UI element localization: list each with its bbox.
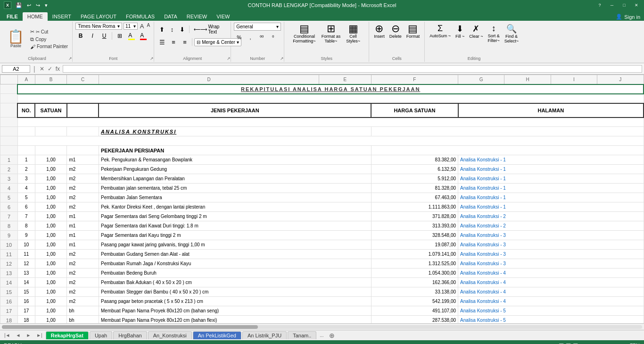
tab-nav-prev[interactable]: ◄ [14,332,23,339]
spreadsheet-cell[interactable]: bh [67,306,99,316]
spreadsheet-cell[interactable]: Analisa Konstruksi - 4 [458,287,644,297]
spreadsheet-cell[interactable]: 1,00 [35,297,67,306]
spreadsheet-cell[interactable]: Analisa Konstruksi - 1 [458,202,644,212]
page-layout-view-btn[interactable]: ▤ [566,342,571,344]
cut-button[interactable]: ✂ ✂ Cut [29,28,69,35]
tab-data[interactable]: DATA [159,12,182,21]
spreadsheet-cell[interactable]: m1 [67,212,99,221]
spreadsheet-cell[interactable]: Analisa Konstruksi - 3 [458,259,644,268]
spreadsheet-cell[interactable]: HARGA SATUAN [371,103,458,117]
spreadsheet-cell[interactable]: 16 [17,297,35,306]
percent-btn[interactable]: % [234,33,244,42]
format-painter-button[interactable]: 🖌 Format Painter [29,43,69,50]
grid-scroll-area[interactable]: A B C D E F G H I J [0,75,644,323]
spreadsheet-cell[interactable]: Analisa Konstruksi - 4 [458,268,644,278]
close-btn[interactable]: ✕ [633,2,640,8]
spreadsheet-cell[interactable]: Analisa Konstruksi - 1 [458,174,644,184]
spreadsheet-cell[interactable] [17,117,644,127]
sheet-tab-upah[interactable]: Upah [90,331,112,339]
undo-quick-btn[interactable]: ↩ [25,2,33,9]
spreadsheet-cell[interactable]: NO. [17,103,35,117]
spreadsheet-cell[interactable]: Pembuatan Bedeng Buruh [99,268,371,278]
spreadsheet-cell[interactable]: Pasang pagar kawat jaring galvanis, ting… [99,240,371,250]
minimize-btn[interactable]: ? [596,2,603,8]
spreadsheet-cell[interactable]: m2 [67,193,99,202]
align-bottom-btn[interactable]: ⬇ [178,25,187,34]
spreadsheet-cell[interactable]: Pembuatan jalan sementara, tebal 25 cm [99,184,371,193]
spreadsheet-cell[interactable]: 8 [17,221,35,231]
sheet-tab-rekaphrg[interactable]: RekapHrgSat [46,331,89,339]
spreadsheet-cell[interactable]: Pembuatan Rumah Jaga / Konstruksi Kayu [99,259,371,268]
spreadsheet-cell[interactable]: 1,00 [35,193,67,202]
sheet-tab-anpeklistikged[interactable]: An PekListikGed [193,331,241,339]
align-center-btn[interactable]: ≡ [168,37,179,47]
restore-btn[interactable]: ─ [608,2,616,8]
tab-nav-next[interactable]: ► [24,332,33,339]
spreadsheet-cell[interactable]: 7 [17,212,35,221]
sheet-tab-tanam[interactable]: Tanam.. [288,331,316,339]
cell-reference-input[interactable] [2,65,30,73]
col-header-G[interactable]: G [458,75,504,84]
redo-quick-btn[interactable]: ↪ [34,2,41,9]
scrollbar-track[interactable] [2,325,642,329]
spreadsheet-cell[interactable]: Analisa Konstruksi - 5 [458,316,644,324]
spreadsheet-cell[interactable]: 328.548,00 [371,231,458,240]
spreadsheet-cell[interactable]: 1,00 [35,231,67,240]
spreadsheet-cell[interactable]: Pekerjaan Pengukuran Gedung [99,165,371,174]
spreadsheet-cell[interactable]: Pek. Kantor Direksi Keet , dengan lantai… [99,202,371,212]
spreadsheet-cell[interactable]: 14 [17,278,35,287]
spreadsheet-cell[interactable]: 17 [17,306,35,316]
spreadsheet-cell[interactable]: JENIS PEKERJAAN [99,103,371,117]
tab-file[interactable]: FILE [2,12,23,21]
spreadsheet-cell[interactable] [17,127,35,136]
normal-view-btn[interactable]: ▦ [559,342,564,344]
horizontal-scrollbar[interactable] [0,323,644,330]
spreadsheet-cell[interactable]: m2 [67,287,99,297]
spreadsheet-cell[interactable]: 491.107,00 [371,306,458,316]
spreadsheet-cell[interactable]: 1,00 [35,316,67,324]
cell-styles-button[interactable]: ▦ CellStyles~ [344,23,362,44]
spreadsheet-cell[interactable]: Pagar Sementara dari Kayu tinggi 2 m [99,231,371,240]
spreadsheet-cell[interactable]: 6.132,50 [371,165,458,174]
spreadsheet-cell[interactable]: Analisa Konstruksi - 5 [458,306,644,316]
spreadsheet-cell[interactable]: 542.199,00 [371,297,458,306]
align-right-btn[interactable]: ≡ [180,37,190,47]
spreadsheet-cell[interactable]: m1 [67,221,99,231]
spreadsheet-cell[interactable]: Analisa Konstruksi - 3 [458,250,644,259]
spreadsheet-cell[interactable]: Pasang pagar beton pracetak ( 5 x 50 x 2… [99,297,371,306]
font-decrease-btn[interactable]: A [146,23,151,30]
spreadsheet-cell[interactable]: 81.328,00 [371,184,458,193]
spreadsheet-cell[interactable]: 13 [17,268,35,278]
font-color-button[interactable]: A [138,31,149,41]
spreadsheet-cell[interactable] [67,103,99,117]
spreadsheet-cell[interactable] [371,127,644,136]
tab-nav-first[interactable]: |◄ [2,332,13,339]
add-sheet-button[interactable]: ⊕ [327,332,337,339]
autosum-button[interactable]: Σ AutoSum ~ [428,23,453,39]
tab-formulas[interactable]: FORMULAS [121,12,159,21]
spreadsheet-cell[interactable]: m2 [67,202,99,212]
spreadsheet-cell[interactable]: 67.463,00 [371,193,458,202]
sort-filter-button[interactable]: ↕ Sort &Filter~ [486,23,502,44]
spreadsheet-cell[interactable]: 19.087,00 [371,240,458,250]
spreadsheet-cell[interactable]: 1.312.525,00 [371,259,458,268]
spreadsheet-cell[interactable]: 2 [17,165,35,174]
spreadsheet-cell[interactable]: 5 [17,193,35,202]
spreadsheet-cell[interactable]: 1,00 [35,240,67,250]
col-header-E[interactable]: E [319,75,372,84]
spreadsheet-cell[interactable] [371,146,644,155]
spreadsheet-cell[interactable]: 162.366,00 [371,278,458,287]
spreadsheet-cell[interactable]: ANALISA KONSTRUKSI [99,127,371,136]
comma-btn[interactable]: , [245,33,256,42]
insert-button[interactable]: ⊕ Insert [372,23,387,40]
spreadsheet-cell[interactable]: m2 [67,259,99,268]
spreadsheet-cell[interactable]: Analisa Konstruksi - 3 [458,231,644,240]
format-button[interactable]: ▤ Format [405,23,422,40]
spreadsheet-cell[interactable]: Pembuatan Jalan Sementara [99,193,371,202]
spreadsheet-cell[interactable]: Analisa Konstruksi - 4 [458,297,644,306]
bold-button[interactable]: B [75,31,86,41]
increase-decimal-btn[interactable]: ⁰⁰ [256,33,267,42]
spreadsheet-cell[interactable]: 1.111.863,00 [371,202,458,212]
tab-home[interactable]: HOME [23,12,48,21]
spreadsheet-cell[interactable]: HALAMAN [458,103,644,117]
